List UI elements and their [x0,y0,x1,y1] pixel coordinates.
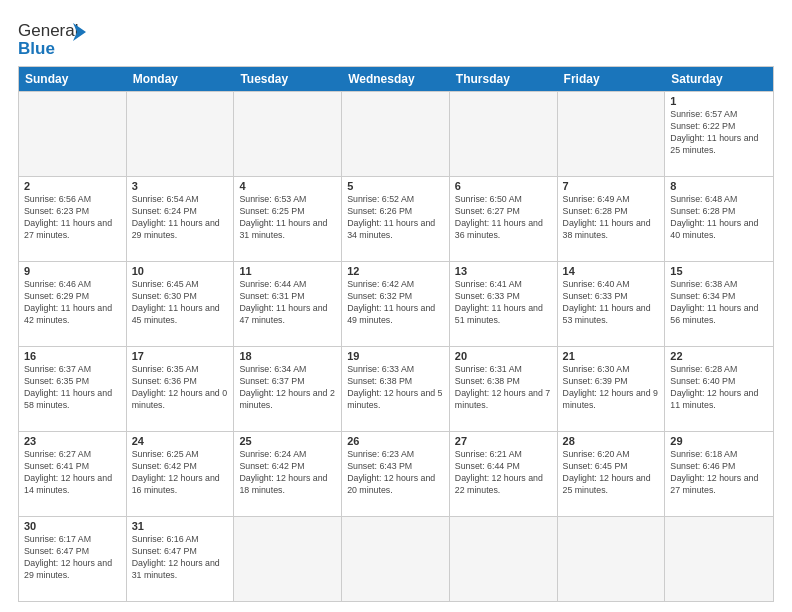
day-cell-3: 3Sunrise: 6:54 AM Sunset: 6:24 PM Daylig… [127,177,235,261]
day-cell-5: 5Sunrise: 6:52 AM Sunset: 6:26 PM Daylig… [342,177,450,261]
empty-cell [342,517,450,601]
day-number: 18 [239,350,336,362]
day-info: Sunrise: 6:34 AM Sunset: 6:37 PM Dayligh… [239,364,336,412]
day-info: Sunrise: 6:21 AM Sunset: 6:44 PM Dayligh… [455,449,552,497]
day-number: 25 [239,435,336,447]
day-info: Sunrise: 6:23 AM Sunset: 6:43 PM Dayligh… [347,449,444,497]
day-cell-14: 14Sunrise: 6:40 AM Sunset: 6:33 PM Dayli… [558,262,666,346]
day-number: 8 [670,180,768,192]
day-info: Sunrise: 6:37 AM Sunset: 6:35 PM Dayligh… [24,364,121,412]
day-info: Sunrise: 6:18 AM Sunset: 6:46 PM Dayligh… [670,449,768,497]
header-day-saturday: Saturday [665,67,773,91]
day-number: 15 [670,265,768,277]
day-cell-19: 19Sunrise: 6:33 AM Sunset: 6:38 PM Dayli… [342,347,450,431]
calendar-row-5: 23Sunrise: 6:27 AM Sunset: 6:41 PM Dayli… [19,431,773,516]
day-cell-10: 10Sunrise: 6:45 AM Sunset: 6:30 PM Dayli… [127,262,235,346]
day-number: 3 [132,180,229,192]
day-number: 12 [347,265,444,277]
calendar-row-2: 2Sunrise: 6:56 AM Sunset: 6:23 PM Daylig… [19,176,773,261]
day-number: 13 [455,265,552,277]
day-number: 21 [563,350,660,362]
empty-cell [234,92,342,176]
header-day-tuesday: Tuesday [234,67,342,91]
header-day-thursday: Thursday [450,67,558,91]
header-day-monday: Monday [127,67,235,91]
calendar-body: 1Sunrise: 6:57 AM Sunset: 6:22 PM Daylig… [19,91,773,601]
day-cell-13: 13Sunrise: 6:41 AM Sunset: 6:33 PM Dayli… [450,262,558,346]
calendar-row-4: 16Sunrise: 6:37 AM Sunset: 6:35 PM Dayli… [19,346,773,431]
day-cell-15: 15Sunrise: 6:38 AM Sunset: 6:34 PM Dayli… [665,262,773,346]
empty-cell [558,92,666,176]
day-cell-11: 11Sunrise: 6:44 AM Sunset: 6:31 PM Dayli… [234,262,342,346]
day-number: 24 [132,435,229,447]
logo-svg: GeneralBlue [18,18,88,58]
day-cell-7: 7Sunrise: 6:49 AM Sunset: 6:28 PM Daylig… [558,177,666,261]
day-cell-22: 22Sunrise: 6:28 AM Sunset: 6:40 PM Dayli… [665,347,773,431]
day-info: Sunrise: 6:53 AM Sunset: 6:25 PM Dayligh… [239,194,336,242]
svg-text:Blue: Blue [18,39,55,58]
day-info: Sunrise: 6:35 AM Sunset: 6:36 PM Dayligh… [132,364,229,412]
day-cell-17: 17Sunrise: 6:35 AM Sunset: 6:36 PM Dayli… [127,347,235,431]
calendar-header: SundayMondayTuesdayWednesdayThursdayFrid… [19,67,773,91]
day-cell-26: 26Sunrise: 6:23 AM Sunset: 6:43 PM Dayli… [342,432,450,516]
day-info: Sunrise: 6:16 AM Sunset: 6:47 PM Dayligh… [132,534,229,582]
day-number: 19 [347,350,444,362]
day-number: 29 [670,435,768,447]
logo: GeneralBlue [18,18,88,58]
day-number: 6 [455,180,552,192]
day-cell-28: 28Sunrise: 6:20 AM Sunset: 6:45 PM Dayli… [558,432,666,516]
day-info: Sunrise: 6:25 AM Sunset: 6:42 PM Dayligh… [132,449,229,497]
day-info: Sunrise: 6:27 AM Sunset: 6:41 PM Dayligh… [24,449,121,497]
empty-cell [342,92,450,176]
svg-text:General: General [18,21,78,40]
empty-cell [19,92,127,176]
day-info: Sunrise: 6:52 AM Sunset: 6:26 PM Dayligh… [347,194,444,242]
day-number: 16 [24,350,121,362]
day-number: 27 [455,435,552,447]
day-info: Sunrise: 6:28 AM Sunset: 6:40 PM Dayligh… [670,364,768,412]
day-info: Sunrise: 6:48 AM Sunset: 6:28 PM Dayligh… [670,194,768,242]
day-info: Sunrise: 6:30 AM Sunset: 6:39 PM Dayligh… [563,364,660,412]
day-number: 2 [24,180,121,192]
header-day-friday: Friday [558,67,666,91]
calendar: SundayMondayTuesdayWednesdayThursdayFrid… [18,66,774,602]
day-number: 20 [455,350,552,362]
day-info: Sunrise: 6:49 AM Sunset: 6:28 PM Dayligh… [563,194,660,242]
day-number: 23 [24,435,121,447]
day-number: 30 [24,520,121,532]
day-number: 26 [347,435,444,447]
header-day-sunday: Sunday [19,67,127,91]
day-info: Sunrise: 6:57 AM Sunset: 6:22 PM Dayligh… [670,109,768,157]
day-number: 9 [24,265,121,277]
day-info: Sunrise: 6:44 AM Sunset: 6:31 PM Dayligh… [239,279,336,327]
day-number: 28 [563,435,660,447]
day-number: 14 [563,265,660,277]
day-number: 22 [670,350,768,362]
day-info: Sunrise: 6:42 AM Sunset: 6:32 PM Dayligh… [347,279,444,327]
day-cell-30: 30Sunrise: 6:17 AM Sunset: 6:47 PM Dayli… [19,517,127,601]
calendar-row-3: 9Sunrise: 6:46 AM Sunset: 6:29 PM Daylig… [19,261,773,346]
day-info: Sunrise: 6:50 AM Sunset: 6:27 PM Dayligh… [455,194,552,242]
empty-cell [127,92,235,176]
header-day-wednesday: Wednesday [342,67,450,91]
day-cell-6: 6Sunrise: 6:50 AM Sunset: 6:27 PM Daylig… [450,177,558,261]
day-number: 17 [132,350,229,362]
day-cell-25: 25Sunrise: 6:24 AM Sunset: 6:42 PM Dayli… [234,432,342,516]
day-info: Sunrise: 6:45 AM Sunset: 6:30 PM Dayligh… [132,279,229,327]
day-number: 1 [670,95,768,107]
day-cell-27: 27Sunrise: 6:21 AM Sunset: 6:44 PM Dayli… [450,432,558,516]
day-cell-12: 12Sunrise: 6:42 AM Sunset: 6:32 PM Dayli… [342,262,450,346]
day-info: Sunrise: 6:56 AM Sunset: 6:23 PM Dayligh… [24,194,121,242]
day-info: Sunrise: 6:33 AM Sunset: 6:38 PM Dayligh… [347,364,444,412]
day-cell-1: 1Sunrise: 6:57 AM Sunset: 6:22 PM Daylig… [665,92,773,176]
day-number: 5 [347,180,444,192]
day-cell-24: 24Sunrise: 6:25 AM Sunset: 6:42 PM Dayli… [127,432,235,516]
day-number: 10 [132,265,229,277]
day-cell-31: 31Sunrise: 6:16 AM Sunset: 6:47 PM Dayli… [127,517,235,601]
empty-cell [450,92,558,176]
empty-cell [450,517,558,601]
day-info: Sunrise: 6:20 AM Sunset: 6:45 PM Dayligh… [563,449,660,497]
day-info: Sunrise: 6:17 AM Sunset: 6:47 PM Dayligh… [24,534,121,582]
empty-cell [234,517,342,601]
calendar-row-1: 1Sunrise: 6:57 AM Sunset: 6:22 PM Daylig… [19,91,773,176]
